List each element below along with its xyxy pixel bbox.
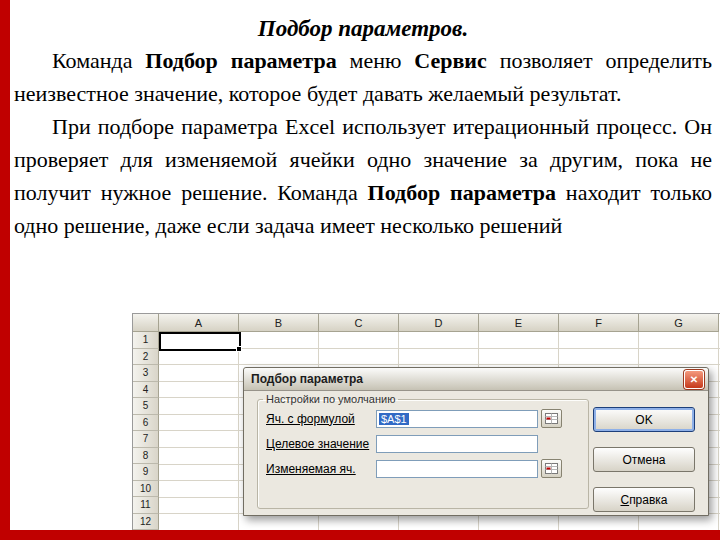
row-header-9[interactable]: 9: [133, 464, 159, 481]
presentation-slide: Подбор параметров. Команда Подбор параме…: [0, 0, 720, 540]
paragraph-2: При подборе параметра Excel использует и…: [14, 110, 712, 242]
column-headers: ABCDEFG: [159, 314, 720, 332]
target-value-input[interactable]: [376, 435, 538, 453]
range-picker-button-2[interactable]: [541, 459, 562, 478]
dialog-title: Подбор параметра: [251, 372, 363, 386]
slide-title: Подбор параметров.: [14, 16, 712, 42]
p1-bold-2: Сервис: [414, 48, 486, 73]
column-header-C[interactable]: C: [319, 314, 399, 332]
dialog-buttons: OK Отмена Справка: [593, 407, 695, 512]
p1-text-1: Команда: [52, 48, 145, 73]
column-header-F[interactable]: F: [559, 314, 639, 332]
row-header-7[interactable]: 7: [133, 431, 159, 448]
row-header-10[interactable]: 10: [133, 481, 159, 498]
p2-bold-1: Подбор параметра: [368, 180, 556, 205]
row-header-5[interactable]: 5: [133, 398, 159, 415]
sheet-select-all-corner[interactable]: [133, 314, 159, 332]
help-button-underlined-letter: С: [620, 493, 629, 507]
row-header-12[interactable]: 12: [133, 514, 159, 531]
red-stripe-left: [0, 0, 10, 540]
row-header-2[interactable]: 2: [133, 349, 159, 366]
help-button-rest: правка: [629, 493, 667, 507]
row-headers: 123456789101112: [133, 332, 159, 530]
help-button[interactable]: Справка: [593, 487, 695, 512]
formula-cell-input[interactable]: $A$1: [376, 410, 538, 428]
column-header-A[interactable]: A: [159, 314, 239, 332]
red-stripe-bottom: [0, 530, 720, 540]
formula-cell-label: Яч. с формулой: [266, 412, 376, 426]
row-header-1[interactable]: 1: [133, 332, 159, 349]
changing-cell-row: Изменяемая яч.: [266, 459, 584, 478]
cancel-button[interactable]: Отмена: [593, 447, 695, 472]
row-header-4[interactable]: 4: [133, 382, 159, 399]
column-header-E[interactable]: E: [479, 314, 559, 332]
row-header-3[interactable]: 3: [133, 365, 159, 382]
row-header-8[interactable]: 8: [133, 448, 159, 465]
range-picker-icon: [545, 463, 558, 474]
formula-cell-value: $A$1: [379, 413, 409, 425]
range-picker-icon: [545, 413, 558, 424]
group-label: Настройки по умолчанию: [263, 393, 398, 405]
sheet-header-row: ABCDEFG: [133, 314, 720, 332]
paragraph-1: Команда Подбор параметра меню Сервис поз…: [14, 44, 712, 110]
column-header-G[interactable]: G: [639, 314, 719, 332]
ok-button[interactable]: OK: [593, 407, 695, 432]
dialog-titlebar[interactable]: Подбор параметра ✕: [244, 368, 708, 391]
close-icon: ✕: [690, 374, 698, 385]
default-settings-group: Настройки по умолчанию Яч. с формулой $A…: [257, 393, 589, 509]
formula-cell-row: Яч. с формулой $A$1: [266, 409, 584, 428]
column-header-B[interactable]: B: [239, 314, 319, 332]
row-header-11[interactable]: 11: [133, 497, 159, 514]
selected-cell-A1[interactable]: [159, 332, 241, 351]
fill-handle[interactable]: [236, 346, 242, 352]
changing-cell-label: Изменяемая яч.: [266, 462, 376, 476]
row-header-6[interactable]: 6: [133, 415, 159, 432]
dialog-body: Настройки по умолчанию Яч. с формулой $A…: [244, 391, 708, 515]
goal-seek-dialog: Подбор параметра ✕ Настройки по умолчани…: [243, 367, 709, 516]
column-header-D[interactable]: D: [399, 314, 479, 332]
target-value-row: Целевое значение: [266, 434, 584, 453]
range-picker-button[interactable]: [541, 409, 562, 428]
slide-text-block: Подбор параметров. Команда Подбор параме…: [14, 16, 712, 242]
target-value-label: Целевое значение: [266, 437, 376, 451]
p1-text-2: меню: [337, 48, 415, 73]
p1-bold-1: Подбор параметра: [145, 48, 336, 73]
close-button[interactable]: ✕: [684, 370, 704, 389]
changing-cell-input[interactable]: [376, 460, 538, 478]
